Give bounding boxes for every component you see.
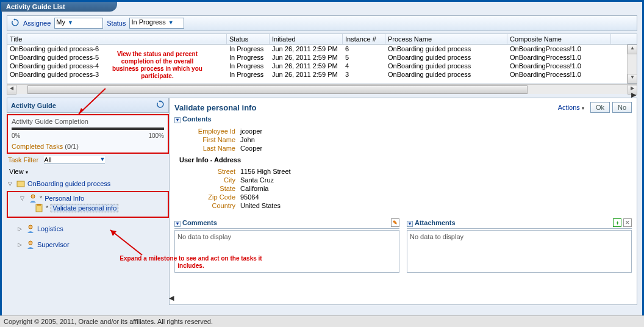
- street-value: 1156 High Street: [240, 168, 291, 175]
- horizontal-scrollbar[interactable]: ◀ ▶: [7, 84, 637, 94]
- attachments-body: No data to display: [407, 230, 632, 273]
- view-menu[interactable]: View ▾: [7, 167, 169, 176]
- zip-label: Zip Code: [179, 193, 240, 201]
- completion-progress-bar: [12, 128, 164, 130]
- task-filter: Task Filter All▼: [7, 154, 169, 167]
- col-status[interactable]: Status: [227, 34, 270, 44]
- app-shell: Activity Guide List Assignee My▼ Status …: [0, 0, 644, 327]
- milestone-highlight: ▽ * Personal Info * Validate personal in…: [7, 191, 169, 218]
- status-label[interactable]: Status: [107, 20, 126, 27]
- svg-point-1: [31, 195, 35, 198]
- vertical-scrollbar[interactable]: ▲ ▼: [627, 45, 637, 84]
- process-grid: Title Status Initiated Instance # Proces…: [7, 34, 637, 84]
- tree-personal-info[interactable]: ▽ * Personal Info: [9, 193, 166, 203]
- person-icon: [26, 240, 35, 249]
- expand-icon[interactable]: ▽: [8, 181, 14, 187]
- attachments-panel: ▾Attachments ＋ ✕ No data to display: [407, 217, 632, 273]
- col-instance[interactable]: Instance #: [343, 34, 385, 44]
- refresh-icon[interactable]: [156, 100, 165, 110]
- employee-id-value: jcooper: [240, 128, 262, 135]
- last-name-value: Cooper: [240, 145, 262, 152]
- completion-box: Activity Guide Completion 0% 100% Comple…: [7, 114, 169, 154]
- ok-button[interactable]: Ok: [590, 102, 610, 113]
- completion-title: Activity Guide Completion: [12, 118, 164, 125]
- completion-100pct: 100%: [148, 132, 164, 139]
- employee-id-label: Employee Id: [179, 128, 240, 135]
- tree-logistics[interactable]: ▷ Logistics: [7, 224, 169, 234]
- first-name-label: First Name: [179, 136, 240, 143]
- grid-header: Title Status Initiated Instance # Proces…: [7, 34, 637, 45]
- country-label: Country: [179, 202, 240, 209]
- actions-menu[interactable]: Actions ▾: [558, 104, 584, 111]
- table-row[interactable]: OnBoarding guided process-6 In Progress …: [7, 45, 637, 53]
- tree-root[interactable]: ▽ OnBoarding guided process: [7, 179, 169, 189]
- activity-guide-header: Activity Guide: [7, 98, 169, 113]
- scroll-left-icon[interactable]: ◀: [7, 85, 16, 95]
- detail-title: Validate personal info: [174, 103, 256, 112]
- footer-copyright: Copyright © 2005, 2011, Oracle and/or it…: [0, 315, 644, 327]
- col-composite[interactable]: Composite Name: [507, 34, 611, 44]
- assignee-select[interactable]: My▼: [54, 18, 103, 29]
- employee-info: Employee Idjcooper First NameJohn Last N…: [170, 124, 637, 155]
- tree-validate-task[interactable]: * Validate personal info: [9, 203, 166, 213]
- task-filter-select[interactable]: All▼: [44, 156, 105, 164]
- scroll-thumb[interactable]: [27, 85, 528, 94]
- completion-0pct: 0%: [12, 132, 20, 139]
- contents-header[interactable]: ▾Contents: [170, 114, 637, 124]
- country-value: United States: [240, 202, 281, 209]
- disclose-icon[interactable]: ▾: [407, 221, 413, 227]
- state-label: State: [179, 185, 240, 192]
- assignee-label[interactable]: Assignee: [23, 20, 51, 27]
- svg-point-5: [29, 241, 32, 245]
- zip-value: 95064: [240, 193, 259, 201]
- comments-body: No data to display: [174, 230, 399, 273]
- user-info-address-header: User Info - Address: [170, 155, 637, 165]
- task-tree: ▽ OnBoarding guided process ▽ * Personal…: [7, 179, 169, 250]
- tree-logistics-label: Logistics: [37, 225, 63, 232]
- disclose-icon[interactable]: ▾: [174, 221, 181, 227]
- tree-supervisor-label: Supervisor: [37, 241, 70, 248]
- filter-toolbar: Assignee My▼ Status In Progress▼: [7, 15, 637, 31]
- status-select[interactable]: In Progress▼: [129, 18, 184, 29]
- expand-icon[interactable]: ▽: [20, 195, 26, 201]
- comments-label: Comments: [182, 219, 217, 226]
- table-row[interactable]: OnBoarding guided process-3 In Progress …: [7, 70, 637, 79]
- city-value: Santa Cruz: [240, 176, 274, 184]
- delete-attachment-icon[interactable]: ✕: [623, 218, 632, 227]
- tree-root-label: OnBoarding guided process: [27, 180, 110, 187]
- disclose-icon[interactable]: ▾: [174, 117, 181, 123]
- table-row[interactable]: OnBoarding guided process-4 In Progress …: [7, 62, 637, 70]
- grid-body: OnBoarding guided process-6 In Progress …: [7, 45, 637, 84]
- first-name-value: John: [240, 136, 255, 143]
- clipboard-icon: [35, 204, 43, 212]
- tree-supervisor[interactable]: ▷ Supervisor: [7, 240, 169, 250]
- comments-panel: ▾Comments ✎ No data to display: [174, 217, 399, 273]
- scroll-down-icon[interactable]: ▼: [628, 74, 637, 84]
- state-value: California: [240, 185, 268, 192]
- add-comment-icon[interactable]: ✎: [391, 218, 399, 227]
- person-icon: [26, 225, 35, 233]
- process-icon: [16, 179, 25, 188]
- collapse-handle-icon[interactable]: ◀: [169, 294, 174, 302]
- tree-personal-label: Personal Info: [45, 195, 84, 202]
- col-title[interactable]: Title: [7, 34, 227, 44]
- attachments-label: Attachments: [415, 219, 456, 226]
- col-process[interactable]: Process Name: [385, 34, 507, 44]
- expand-icon[interactable]: ▷: [18, 226, 24, 232]
- city-label: City: [179, 176, 240, 184]
- task-filter-label: Task Filter: [8, 156, 38, 164]
- last-name-label: Last Name: [179, 145, 240, 152]
- table-row[interactable]: OnBoarding guided process-5 In Progress …: [7, 53, 637, 62]
- svg-rect-0: [17, 181, 24, 187]
- scroll-up-icon[interactable]: ▲: [628, 45, 637, 54]
- add-attachment-icon[interactable]: ＋: [613, 218, 621, 227]
- svg-point-4: [29, 225, 32, 229]
- no-button[interactable]: No: [612, 102, 632, 113]
- tree-validate-label: Validate personal info: [51, 204, 118, 212]
- address-info: Street1156 High Street CitySanta Cruz St…: [170, 165, 637, 212]
- refresh-icon[interactable]: [11, 18, 20, 29]
- col-initiated[interactable]: Initiated: [270, 34, 343, 44]
- expand-icon[interactable]: ▷: [18, 242, 24, 248]
- completed-tasks: Completed Tasks (0/1): [12, 143, 164, 150]
- activity-guide-panel: Activity Guide Activity Guide Completion…: [7, 98, 169, 305]
